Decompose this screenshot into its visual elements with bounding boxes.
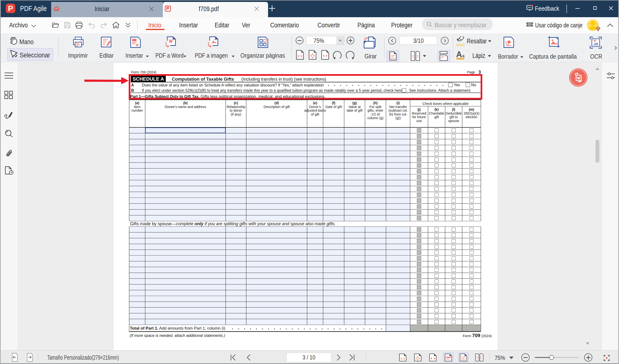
svg-text:If you elect under section 529: If you elect under section 529(c)(2)(B) … [142, 88, 402, 93]
svg-text:Computation of Taxable Gifts: Computation of Taxable Gifts [172, 77, 234, 82]
svg-text:(Including transfers in trust): (Including transfers in trust) (see inst… [241, 77, 326, 82]
svg-text:for future: for future [412, 115, 426, 119]
svg-text:adjusted basis: adjusted basis [304, 108, 326, 112]
svg-text:Donor’s: Donor’s [309, 105, 321, 109]
svg-text:(a): (a) [135, 101, 139, 105]
svg-text:(If more space is needed, atta: (If more space is needed, attach additio… [130, 334, 225, 337]
svg-text:For split: For split [369, 105, 381, 109]
svg-text:. See instructions. Attach a s: . See instructions. Attach a statement. [407, 88, 471, 93]
svg-text:B: B [131, 88, 134, 93]
svg-text:spouse: spouse [448, 119, 459, 123]
svg-text:(h) from col.: (h) from col. [389, 112, 407, 116]
svg-text:Charitable: Charitable [429, 111, 444, 115]
svg-text:date of gift: date of gift [347, 108, 362, 112]
svg-text:Total of Part 1. Add amounts f: Total of Part 1. Add amounts from Part 1… [130, 326, 225, 331]
svg-text:(subtract col.: (subtract col. [388, 108, 408, 112]
svg-text:Form 709 (2024): Form 709 (2024) [463, 333, 492, 338]
svg-text:Gifts made by spouse—complete: Gifts made by spouse—complete only if yo… [130, 221, 336, 226]
svg-text:(e): (e) [313, 101, 317, 105]
svg-text:Does the value of any item lis: Does the value of any item listed on Sch… [142, 83, 324, 87]
svg-text:column (g): column (g) [367, 116, 383, 120]
svg-text:Page: Page [467, 70, 475, 74]
svg-text:1/2 of: 1/2 of [371, 112, 380, 116]
svg-text:Item: Item [134, 105, 140, 109]
svg-text:election: election [465, 115, 477, 119]
svg-text:(h): (h) [373, 101, 378, 105]
svg-text:(g)): (g)) [395, 116, 401, 120]
svg-text:use: use [416, 119, 422, 123]
svg-text:gift to: gift to [450, 115, 458, 119]
svg-text:(j): (j) [417, 108, 421, 111]
svg-text:3: 3 [478, 70, 481, 75]
svg-text:Deductible: Deductible [446, 111, 462, 115]
svg-text:Donee’s name and address: Donee’s name and address [165, 105, 206, 109]
svg-text:(f): (f) [332, 101, 336, 105]
svg-text:(i): (i) [396, 101, 400, 105]
svg-text:2652(a)(3): 2652(a)(3) [464, 111, 479, 115]
svg-text:Reserved: Reserved [412, 111, 426, 115]
svg-text:(if any): (if any) [231, 112, 241, 116]
svg-text:gifts, enter: gifts, enter [367, 108, 383, 112]
svg-text:A: A [456, 50, 462, 59]
svg-text:1:1: 1:1 [297, 54, 302, 58]
svg-text:(b): (b) [183, 101, 188, 105]
svg-text:SCHEDULE A: SCHEDULE A [133, 76, 164, 82]
svg-text:Description of gift: Description of gift [264, 105, 290, 109]
svg-text:(m): (m) [469, 108, 474, 111]
svg-text:(d): (d) [275, 101, 279, 105]
svg-text:Form 709 (2024): Form 709 (2024) [131, 70, 156, 74]
svg-text:No: No [471, 83, 476, 87]
svg-text:(c): (c) [234, 101, 238, 105]
svg-text:Relationship: Relationship [227, 105, 245, 109]
svg-text:a: a [462, 54, 464, 58]
svg-text:number: number [131, 108, 143, 112]
svg-text:gift: gift [434, 115, 439, 119]
svg-text:(l): (l) [452, 108, 455, 111]
svg-text:Net transfer: Net transfer [389, 105, 407, 109]
svg-text:to donor: to donor [230, 108, 242, 112]
svg-text:A: A [131, 83, 134, 87]
svg-text:Value at: Value at [349, 105, 361, 109]
svg-text:(g): (g) [352, 101, 357, 105]
svg-text:of gift: of gift [311, 112, 319, 116]
svg-text:1:1: 1:1 [401, 357, 405, 360]
svg-text:(k): (k) [435, 108, 439, 111]
svg-text:Check boxes where applicable: Check boxes where applicable [422, 102, 468, 106]
svg-text:Date of gift: Date of gift [325, 105, 342, 109]
svg-text:Yes: Yes [454, 83, 460, 87]
